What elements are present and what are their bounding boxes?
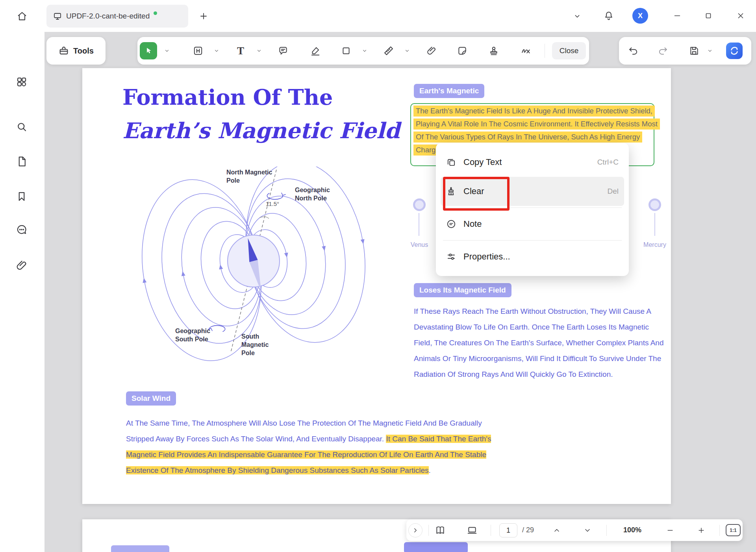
doc-title-line1: Formation Of The <box>122 85 333 110</box>
properties-sliders-icon <box>446 252 456 262</box>
bottom-divider <box>428 525 429 536</box>
doc-title-line2: Earth’s Magnetic Field <box>122 118 400 143</box>
maximize-button[interactable] <box>703 10 714 21</box>
menu-divider <box>443 240 622 241</box>
monitor-icon <box>53 11 62 21</box>
undo-button[interactable] <box>625 42 642 59</box>
heading-tool-button[interactable] <box>189 42 207 59</box>
tools-label: Tools <box>73 46 94 56</box>
expand-panel-button[interactable] <box>408 523 422 537</box>
attachment-tool-button[interactable] <box>423 42 440 59</box>
bottom-divider <box>719 525 720 536</box>
account-avatar[interactable]: X <box>632 8 648 24</box>
stamp-tool-button[interactable] <box>485 42 502 59</box>
app-window: UPDF-2.0-cant-be-edited X <box>0 0 756 552</box>
avatar-initial: X <box>638 12 643 20</box>
ruler-icon <box>384 46 394 56</box>
shape-tool-dropdown[interactable] <box>361 48 368 54</box>
chevron-down-icon <box>214 48 219 54</box>
tabs-dropdown-button[interactable] <box>572 11 583 22</box>
redo-button[interactable] <box>654 42 671 59</box>
book-icon <box>435 525 445 535</box>
sidebar-item-pages[interactable] <box>13 153 30 170</box>
measure-tool-dropdown[interactable] <box>404 48 410 54</box>
page2-badge-right <box>404 542 468 552</box>
chevron-down-icon <box>164 48 170 54</box>
label-south-magnetic-pole: South Magnetic Pole <box>241 333 273 357</box>
actual-size-label: 1:1 <box>730 528 736 533</box>
save-icon <box>689 46 699 56</box>
comment-edit-icon <box>278 46 288 56</box>
select-tool-dropdown[interactable] <box>164 48 170 54</box>
plus-icon <box>199 11 208 21</box>
right-toolbar <box>619 37 751 65</box>
menu-item-shortcut: Ctrl+C <box>597 158 619 167</box>
close-window-button[interactable] <box>735 10 746 21</box>
menu-item-properties[interactable]: Properties... <box>436 242 629 271</box>
page-number-input[interactable] <box>499 523 517 537</box>
measure-tool-button[interactable] <box>380 42 397 59</box>
notifications-button[interactable] <box>603 10 615 22</box>
menu-item-copy-text[interactable]: Copy Text Ctrl+C <box>436 148 629 177</box>
toolbox-icon <box>58 45 69 56</box>
label-geographic-north-pole: Geographic North Pole <box>295 186 338 203</box>
presentation-mode-button[interactable] <box>467 525 478 536</box>
maximize-icon <box>704 11 713 20</box>
next-page-button[interactable] <box>582 525 593 536</box>
text-tool-icon: T <box>237 45 244 57</box>
highlight-line: Of The Various Types Of Rays In The Univ… <box>413 132 642 143</box>
close-tools-button[interactable]: Close <box>552 42 586 59</box>
sidebar-item-bookmarks[interactable] <box>13 188 30 205</box>
zoom-in-button[interactable] <box>696 525 707 536</box>
chevron-down-icon <box>707 48 713 54</box>
home-button[interactable] <box>16 10 28 22</box>
sidebar-item-search[interactable] <box>13 118 30 135</box>
new-tab-button[interactable] <box>198 10 209 22</box>
zoom-level-label[interactable]: 100% <box>619 519 646 541</box>
minus-icon <box>666 526 674 534</box>
menu-item-shortcut: Del <box>607 187 619 196</box>
mercury-connector <box>654 213 655 236</box>
planet-venus <box>413 198 426 211</box>
previous-page-button[interactable] <box>551 525 562 536</box>
redo-icon <box>658 46 668 56</box>
left-sidebar <box>0 32 44 552</box>
sidebar-item-thumbnails[interactable] <box>13 73 30 91</box>
menu-item-label: Copy Text <box>463 157 590 167</box>
heading-box-icon <box>193 46 203 56</box>
comment-tool-button[interactable] <box>274 42 292 59</box>
plus-icon <box>697 526 705 534</box>
highlighter-tool-button[interactable] <box>307 42 324 59</box>
select-tool-button[interactable] <box>140 42 157 59</box>
text-tool-button[interactable]: T <box>232 42 249 59</box>
sidebar-item-comments[interactable] <box>13 221 30 238</box>
tools-button[interactable]: Tools <box>46 37 106 65</box>
bottom-divider <box>491 525 491 536</box>
chevron-down-icon <box>404 48 410 54</box>
menu-item-note[interactable]: Note <box>436 209 629 239</box>
heading-tool-dropdown[interactable] <box>213 48 220 54</box>
bookmark-icon <box>16 191 28 202</box>
search-icon <box>16 121 28 133</box>
paperclip-icon <box>16 259 28 271</box>
zoom-out-button[interactable] <box>665 525 676 536</box>
reader-mode-button[interactable] <box>435 525 446 536</box>
sticker-tool-button[interactable] <box>454 42 471 59</box>
text-tool-dropdown[interactable] <box>256 48 262 54</box>
highlight-line: The Earth's Magnetic Field Is Like A Hug… <box>413 106 655 117</box>
chevron-down-icon <box>584 526 591 534</box>
save-dropdown[interactable] <box>707 48 713 54</box>
signature-tool-button[interactable] <box>517 42 535 59</box>
shape-tool-button[interactable] <box>337 42 355 59</box>
pdf-page-1: Formation Of The Earth’s Magnetic Field <box>82 68 671 504</box>
ai-assistant-button[interactable] <box>726 43 743 59</box>
presentation-icon <box>467 525 477 535</box>
minimize-button[interactable] <box>672 10 683 21</box>
sidebar-item-attachments[interactable] <box>13 257 30 274</box>
note-icon <box>446 219 456 229</box>
chevron-down-icon <box>573 12 582 20</box>
actual-size-button[interactable]: 1:1 <box>726 524 741 536</box>
save-button[interactable] <box>686 42 703 59</box>
page-icon <box>16 156 28 167</box>
document-tab[interactable]: UPDF-2.0-cant-be-edited <box>46 5 188 28</box>
